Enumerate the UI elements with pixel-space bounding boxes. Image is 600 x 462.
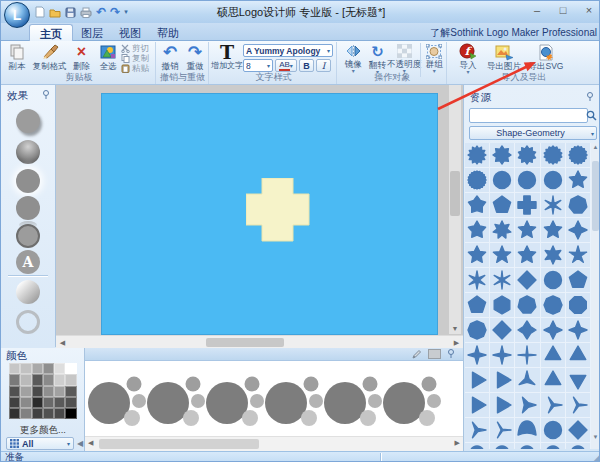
shape-cell[interactable] xyxy=(566,418,591,443)
color-swatch[interactable] xyxy=(32,363,43,374)
logo-canvas[interactable] xyxy=(101,93,438,335)
gallery-item-paw[interactable] xyxy=(88,377,146,427)
shape-cell[interactable] xyxy=(541,368,566,393)
shape-cell[interactable] xyxy=(490,143,515,168)
color-swatch[interactable] xyxy=(9,397,20,408)
color-swatch[interactable] xyxy=(54,374,65,385)
color-swatch[interactable] xyxy=(32,408,43,419)
color-swatch[interactable] xyxy=(9,374,20,385)
shape-cell[interactable] xyxy=(465,393,490,418)
cross-shape[interactable] xyxy=(246,178,310,242)
shape-cell[interactable] xyxy=(566,343,591,368)
effect-bevel-button[interactable] xyxy=(16,140,40,164)
gallery-pin-icon[interactable] xyxy=(447,349,455,359)
color-swatch[interactable] xyxy=(65,408,76,419)
color-swatch[interactable] xyxy=(32,386,43,397)
shape-cell[interactable] xyxy=(541,268,566,293)
shape-cell[interactable] xyxy=(566,193,591,218)
shape-cell[interactable] xyxy=(566,268,591,293)
shape-cell[interactable] xyxy=(566,293,591,318)
shape-cell[interactable] xyxy=(566,318,591,343)
color-swatch[interactable] xyxy=(54,363,65,374)
color-swatch[interactable] xyxy=(9,408,20,419)
shape-cell[interactable] xyxy=(465,193,490,218)
canvas-vertical-scrollbar[interactable]: ▼ xyxy=(449,85,461,334)
delete-button[interactable]: × 删除 xyxy=(68,43,95,74)
color-swatch[interactable] xyxy=(54,386,65,397)
color-swatch[interactable] xyxy=(9,363,20,374)
shape-cell[interactable] xyxy=(515,418,540,443)
gallery-color-button[interactable] xyxy=(428,349,441,359)
more-colors-link[interactable]: 更多颜色... xyxy=(1,424,85,437)
color-swatch[interactable] xyxy=(43,397,54,408)
scroll-down-arrow-icon[interactable]: ▼ xyxy=(449,323,461,334)
color-swatch[interactable] xyxy=(43,386,54,397)
shape-cell[interactable] xyxy=(490,168,515,193)
color-swatch[interactable] xyxy=(32,397,43,408)
shape-cell[interactable] xyxy=(515,343,540,368)
horizontal-scroll-thumb[interactable] xyxy=(206,338,284,347)
import-button[interactable]: f 导入 ▾ xyxy=(453,43,483,74)
shape-cell[interactable] xyxy=(566,443,591,449)
effect-shiny-button[interactable] xyxy=(16,280,40,304)
color-swatch[interactable] xyxy=(43,408,54,419)
shape-cell[interactable] xyxy=(541,318,566,343)
color-swatch[interactable] xyxy=(65,374,76,385)
collapse-panel-icon[interactable]: ◀ xyxy=(77,439,83,448)
copy-button[interactable]: 副本 xyxy=(3,43,31,74)
gallery-scroll-right-icon[interactable]: ▶ xyxy=(455,439,460,447)
shape-cell[interactable] xyxy=(465,143,490,168)
add-text-button[interactable]: T 增加文字 xyxy=(211,43,243,74)
color-swatch[interactable] xyxy=(43,374,54,385)
shape-cell[interactable] xyxy=(566,393,591,418)
shape-cell[interactable] xyxy=(465,318,490,343)
shape-cell[interactable] xyxy=(490,318,515,343)
select-all-button[interactable]: 全选 xyxy=(95,43,121,74)
shape-cell[interactable] xyxy=(490,393,515,418)
shape-cell[interactable] xyxy=(465,443,490,449)
shape-cell[interactable] xyxy=(566,168,591,193)
tab-view[interactable]: 视图 xyxy=(109,24,151,41)
rotate-button[interactable]: ↻ 翻转 ▾ xyxy=(366,43,390,74)
shapes-scroll-thumb[interactable] xyxy=(592,161,599,231)
color-filter-select[interactable]: All ▾ xyxy=(6,437,74,450)
shape-cell[interactable] xyxy=(515,193,540,218)
color-swatch[interactable] xyxy=(20,374,31,385)
shape-cell[interactable] xyxy=(541,243,566,268)
tab-help[interactable]: 帮助 xyxy=(147,24,189,41)
shape-cell[interactable] xyxy=(490,293,515,318)
undo-button[interactable]: ↶ 撤销 xyxy=(158,43,183,74)
color-swatch[interactable] xyxy=(54,397,65,408)
effect-glow-button[interactable] xyxy=(16,169,40,193)
shape-cell[interactable] xyxy=(465,268,490,293)
gallery-scrollbar[interactable]: ◀ ▶ xyxy=(85,436,463,451)
copy-format-button[interactable]: 复制格式 xyxy=(31,43,68,74)
color-swatch[interactable] xyxy=(20,386,31,397)
resource-search-input[interactable] xyxy=(469,108,588,123)
shape-cell[interactable] xyxy=(490,193,515,218)
shape-cell[interactable] xyxy=(541,418,566,443)
shape-cell[interactable] xyxy=(515,143,540,168)
shape-cell[interactable] xyxy=(515,168,540,193)
font-family-select[interactable]: A Yummy Apology ▾ xyxy=(243,44,333,57)
group-button[interactable]: 群组 ▾ xyxy=(422,43,446,74)
shapes-scroll-down-icon[interactable]: ▼ xyxy=(591,434,600,440)
effect-hollow-button[interactable] xyxy=(16,310,40,334)
gallery-scroll-thumb[interactable] xyxy=(99,439,259,449)
gallery-item-paw[interactable] xyxy=(147,377,205,427)
export-image-button[interactable]: 导出图片 xyxy=(483,43,525,74)
effect-shadow-button[interactable] xyxy=(16,109,40,133)
shape-cell[interactable] xyxy=(490,443,515,449)
shape-cell[interactable] xyxy=(490,218,515,243)
mirror-button[interactable]: 镜像 ▾ xyxy=(341,43,366,74)
effect-reflection-button[interactable] xyxy=(16,196,40,220)
color-swatch[interactable] xyxy=(43,363,54,374)
shape-cell[interactable] xyxy=(490,418,515,443)
color-swatch[interactable] xyxy=(54,408,65,419)
gallery-item-paw[interactable] xyxy=(324,377,382,427)
shape-cell[interactable] xyxy=(465,218,490,243)
gallery-scroll-left-icon[interactable]: ◀ xyxy=(88,439,93,447)
gallery-item-paw[interactable] xyxy=(265,377,323,427)
shape-cell[interactable] xyxy=(541,393,566,418)
scroll-right-arrow-icon[interactable]: ▶ xyxy=(451,337,462,348)
